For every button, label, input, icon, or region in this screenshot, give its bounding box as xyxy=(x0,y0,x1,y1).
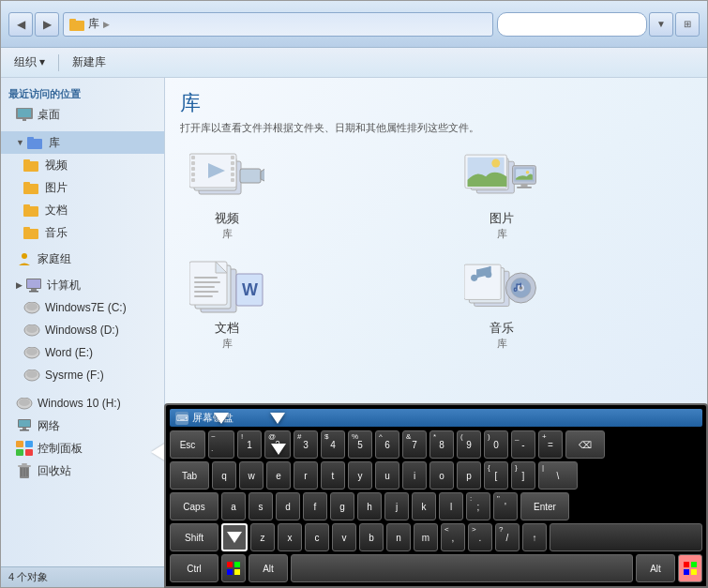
new-library-button[interactable]: 新建库 xyxy=(67,53,112,72)
sidebar-drive-d[interactable]: Windows8 (D:) xyxy=(1,319,164,341)
key-g[interactable]: g xyxy=(330,492,354,520)
sidebar-item-docs[interactable]: 文档 xyxy=(1,199,164,221)
key-equal[interactable]: += xyxy=(538,430,563,459)
key-k[interactable]: k xyxy=(412,492,436,520)
toolbar-right-btn[interactable]: ▼ xyxy=(649,12,673,37)
sidebar-item-video[interactable]: 视频 xyxy=(1,154,164,176)
key-a[interactable]: a xyxy=(221,492,246,520)
key-4[interactable]: $4 xyxy=(321,430,345,459)
key-c[interactable]: c xyxy=(305,523,329,551)
key-o[interactable]: o xyxy=(429,461,454,490)
key-h[interactable]: h xyxy=(357,492,382,520)
key-up-arrow[interactable]: ↑ xyxy=(522,523,547,551)
key-enter[interactable]: Enter xyxy=(520,492,569,520)
key-d[interactable]: d xyxy=(276,492,300,520)
key-u[interactable]: u xyxy=(375,461,399,490)
library-item-docs[interactable]: W 文档 库 xyxy=(180,260,274,351)
osk-row-2: Tab q w e r t y u i o p {[ }] |\ xyxy=(170,461,702,490)
organize-button[interactable]: 组织 ▾ xyxy=(8,53,51,72)
svg-rect-88 xyxy=(476,269,478,278)
key-backspace[interactable]: ⌫ xyxy=(565,430,605,459)
key-alt-left[interactable]: Alt xyxy=(249,554,288,582)
sidebar-item-computer[interactable]: ▶ 计算机 xyxy=(1,274,164,296)
sidebar-item-library[interactable]: ▼ 库 xyxy=(1,131,164,154)
key-alt-right[interactable]: Alt xyxy=(636,554,675,582)
key-t[interactable]: t xyxy=(321,461,345,490)
view-options-btn[interactable]: ⊞ xyxy=(675,12,700,37)
key-rbracket[interactable]: }] xyxy=(511,461,535,490)
key-9[interactable]: (9 xyxy=(457,430,481,459)
key-l[interactable]: l xyxy=(439,492,463,520)
key-5[interactable]: %5 xyxy=(348,430,372,459)
sidebar-item-control-panel[interactable]: 控制面板 xyxy=(1,437,164,460)
sidebar-item-network[interactable]: 网络 xyxy=(1,415,164,437)
key-q[interactable]: q xyxy=(212,461,236,490)
key-3[interactable]: #3 xyxy=(294,430,318,459)
key-m[interactable]: m xyxy=(414,523,438,551)
sidebar-item-music[interactable]: 音乐 xyxy=(1,221,164,244)
key-1[interactable]: !1 xyxy=(237,430,262,459)
sidebar-item-homegroup[interactable]: 家庭组 xyxy=(1,248,164,270)
library-item-music[interactable]: 音乐 库 xyxy=(455,260,549,351)
key-lbracket[interactable]: {[ xyxy=(484,461,508,490)
key-shift-left[interactable]: Shift xyxy=(170,523,218,551)
key-win-left[interactable] xyxy=(221,554,246,582)
svg-rect-47 xyxy=(191,156,195,159)
music-lib-sub: 库 xyxy=(497,337,507,351)
key-esc[interactable]: Esc xyxy=(170,430,205,459)
key-z[interactable]: z xyxy=(250,523,275,551)
sidebar-item-desktop[interactable]: 桌面 xyxy=(1,103,164,126)
sidebar-drive-f[interactable]: Sysrme (F:) xyxy=(1,364,164,386)
library-item-picture[interactable]: 图片 库 xyxy=(455,150,549,241)
search-box[interactable] xyxy=(497,12,647,37)
key-i[interactable]: i xyxy=(402,461,427,490)
key-period[interactable]: >. xyxy=(468,523,492,551)
forward-button[interactable]: ▶ xyxy=(35,12,59,37)
key-6[interactable]: ^6 xyxy=(375,430,399,459)
svg-rect-18 xyxy=(31,289,37,291)
key-f[interactable]: f xyxy=(303,492,327,520)
key-x[interactable]: x xyxy=(278,523,302,551)
key-s[interactable]: s xyxy=(249,492,273,520)
key-win-right[interactable] xyxy=(678,554,702,582)
address-bar[interactable]: 库 ▶ xyxy=(63,12,493,37)
svg-rect-53 xyxy=(231,161,234,165)
sidebar-recent-header[interactable]: 最近访问的位置 xyxy=(1,82,164,103)
key-tilde[interactable]: ~ ` xyxy=(208,430,234,459)
back-button[interactable]: ◀ xyxy=(8,12,33,37)
key-slash[interactable]: ?/ xyxy=(495,523,520,551)
key-n[interactable]: n xyxy=(386,523,411,551)
key-w[interactable]: w xyxy=(239,461,264,490)
sidebar-drive-c[interactable]: Windows7E (C:) xyxy=(1,296,164,319)
key-8[interactable]: *8 xyxy=(429,430,454,459)
sidebar-drive-e[interactable]: Word (E:) xyxy=(1,341,164,364)
key-minus[interactable]: _- xyxy=(511,430,535,459)
key-ctrl-left[interactable]: Ctrl xyxy=(170,554,218,582)
sidebar-item-recycle[interactable]: 回收站 xyxy=(1,460,164,482)
key-backslash[interactable]: |\ xyxy=(538,461,578,490)
key-y[interactable]: y xyxy=(348,461,372,490)
key-j[interactable]: j xyxy=(384,492,409,520)
svg-rect-52 xyxy=(231,156,234,159)
key-caps[interactable]: Caps xyxy=(170,492,218,520)
key-0[interactable]: )0 xyxy=(484,430,508,459)
key-7[interactable]: &7 xyxy=(402,430,427,459)
sidebar-recycle-label: 回收站 xyxy=(38,463,71,479)
sidebar-item-picture[interactable]: 图片 xyxy=(1,176,164,199)
key-e[interactable]: e xyxy=(266,461,291,490)
library-grid: 视频 库 xyxy=(180,150,692,351)
key-comma[interactable]: <, xyxy=(441,523,465,551)
key-b[interactable]: b xyxy=(359,523,384,551)
key-r[interactable]: r xyxy=(294,461,318,490)
key-space[interactable] xyxy=(291,554,633,582)
library-item-video[interactable]: 视频 库 xyxy=(180,150,274,241)
svg-point-70 xyxy=(526,171,530,174)
key-tab[interactable]: Tab xyxy=(170,461,209,490)
key-2[interactable]: @ 2 xyxy=(264,430,291,459)
key-p[interactable]: p xyxy=(457,461,481,490)
key-shift-right[interactable] xyxy=(550,523,702,551)
key-semicolon[interactable]: :; xyxy=(466,492,490,520)
key-v[interactable]: v xyxy=(332,523,356,551)
sidebar-item-win10[interactable]: Windows 10 (H:) xyxy=(1,392,164,415)
key-quote[interactable]: "' xyxy=(493,492,518,520)
